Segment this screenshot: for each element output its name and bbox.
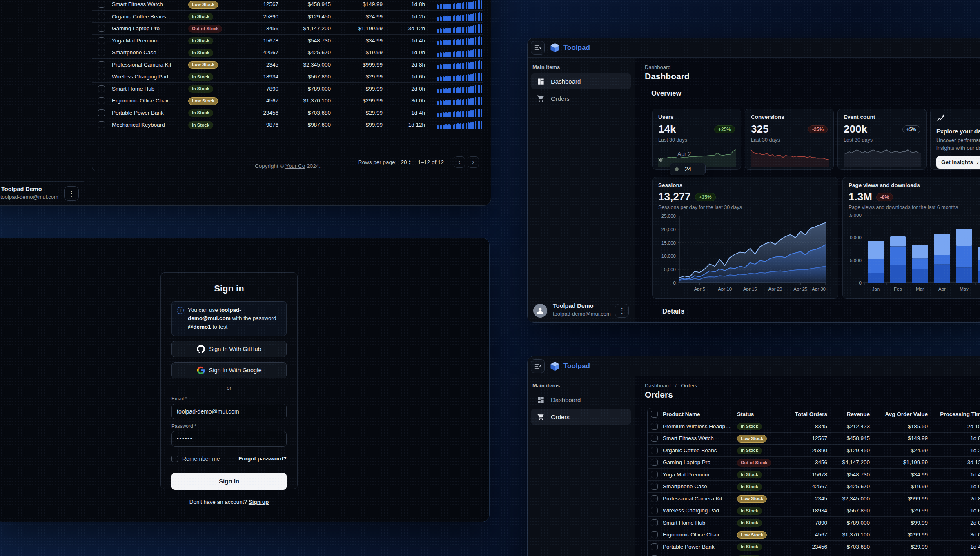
status-chip: In Stock [737, 447, 762, 454]
trend-bar [448, 124, 450, 129]
trend-bar [456, 112, 457, 117]
row-checkbox[interactable] [651, 423, 658, 430]
row-checkbox[interactable] [651, 543, 658, 550]
trend-bar [437, 17, 438, 21]
user-menu-button[interactable]: ⋮ [615, 304, 629, 318]
trend-bar [475, 121, 476, 129]
trend-bar [437, 89, 438, 93]
row-checkbox[interactable] [98, 37, 105, 44]
orders-table-header: Product Name Status Total Orders Revenue… [648, 408, 980, 420]
trend-bar [437, 101, 438, 105]
row-checkbox[interactable] [98, 109, 105, 116]
trend-bar [475, 13, 476, 21]
total-orders-cell: 3456 [785, 459, 827, 465]
trend-bar [440, 89, 441, 93]
sidebar-item-orders[interactable]: Orders [531, 91, 631, 106]
row-checkbox[interactable] [98, 85, 105, 92]
table-row: Ergonomic Office ChairLow Stock4567$1,37… [92, 95, 483, 107]
status-cell: Low Stock [185, 0, 234, 9]
trend-bar [444, 16, 445, 21]
get-insights-button[interactable]: Get insights› [936, 156, 980, 169]
status-chip: In Stock [737, 543, 762, 551]
password-field[interactable] [172, 431, 287, 447]
row-checkbox[interactable] [651, 459, 658, 466]
forgot-password-link[interactable]: Forgot password? [238, 456, 287, 462]
trend-bar [453, 100, 454, 105]
trend-bar [443, 28, 444, 33]
toolpad-logo [550, 42, 560, 53]
trend-bar [457, 111, 459, 118]
trend-bar [447, 125, 448, 129]
breadcrumb[interactable]: Dashboard [645, 64, 671, 70]
sidebar-user-footer: Toolpad Demo toolpad-demo@mui.com ⋮ [0, 181, 84, 205]
signin-submit-button[interactable]: Sign In [172, 473, 287, 490]
checkbox-cell [92, 25, 110, 32]
trend-bar [465, 51, 466, 57]
breadcrumb-dashboard-link[interactable]: Dashboard [645, 383, 671, 389]
copyright-company-link[interactable]: Your Co [285, 163, 305, 169]
row-checkbox[interactable] [98, 1, 105, 8]
user-email: toolpad-demo@mui.com [553, 311, 611, 317]
total-orders-cell: 25890 [234, 13, 278, 20]
status-chip: In Stock [737, 507, 762, 514]
row-checkbox[interactable] [98, 121, 105, 128]
total-orders-cell: 4567 [234, 98, 278, 104]
row-checkbox[interactable] [651, 447, 658, 454]
demo-credentials-alert: i You can use toolpad-demo@mui.com with … [172, 301, 287, 336]
collapse-menu-button[interactable] [531, 41, 545, 55]
trend-bar [472, 14, 473, 21]
row-checkbox[interactable] [651, 507, 658, 514]
sidebar-item-dashboard[interactable]: Dashboard [531, 392, 631, 407]
checkbox-cell [648, 459, 661, 466]
collapse-menu-button[interactable] [531, 359, 545, 373]
total-orders-cell: 42567 [234, 49, 278, 56]
row-checkbox[interactable] [651, 483, 658, 490]
trend-bar [443, 88, 444, 93]
row-checkbox[interactable] [98, 61, 105, 68]
svg-text:Apr 15: Apr 15 [743, 287, 757, 291]
select-all-checkbox[interactable] [651, 411, 658, 418]
trend-bar [469, 2, 470, 9]
trend-bar [447, 52, 448, 57]
trend-bar [444, 4, 445, 9]
trend-bar [441, 17, 442, 21]
trend-bar [478, 97, 479, 105]
user-menu-button[interactable]: ⋮ [64, 186, 79, 201]
trend-bar [475, 97, 476, 105]
processing-time-cell: 3d 0h [383, 98, 425, 104]
row-checkbox[interactable] [651, 471, 658, 478]
sidebar-item-orders[interactable]: Orders [531, 409, 631, 425]
signup-link[interactable]: Sign up [249, 499, 269, 505]
trend-bar [438, 5, 439, 9]
sales-trend-cell [425, 36, 483, 45]
trend-bar [470, 50, 472, 57]
trend-bar [459, 76, 460, 81]
row-checkbox[interactable] [98, 97, 105, 104]
row-checkbox[interactable] [98, 13, 105, 20]
trend-bar [448, 28, 450, 33]
checkbox-cell [92, 97, 110, 104]
total-orders-cell: 8345 [785, 423, 827, 429]
table-row: Wireless Charging PadIn Stock18934$567,8… [648, 505, 980, 517]
row-checkbox[interactable] [651, 531, 658, 538]
remember-checkbox[interactable] [172, 456, 178, 462]
svg-text:Mar: Mar [916, 287, 924, 291]
row-checkbox[interactable] [98, 49, 105, 56]
row-checkbox[interactable] [651, 495, 658, 502]
row-checkbox[interactable] [651, 519, 658, 526]
google-signin-button[interactable]: Sign In With Google [172, 362, 287, 378]
row-checkbox[interactable] [651, 435, 658, 442]
processing-time-cell: 1d 2h [383, 13, 425, 20]
row-checkbox[interactable] [98, 73, 105, 80]
trend-bar [466, 2, 467, 9]
github-signin-button[interactable]: Sign In With GitHub [172, 341, 287, 357]
table-row: Smart Fitness WatchLow Stock12567$458,94… [92, 0, 483, 11]
trend-bar [437, 113, 438, 118]
events-sparkline-svg [844, 148, 921, 167]
email-field[interactable] [172, 404, 287, 419]
avg-order-value-cell: $149.99 [331, 1, 383, 7]
trend-bar [444, 53, 445, 57]
processing-time-cell: 2d 0h [928, 520, 980, 526]
row-checkbox[interactable] [98, 25, 105, 32]
sidebar-item-dashboard[interactable]: Dashboard [531, 73, 631, 89]
